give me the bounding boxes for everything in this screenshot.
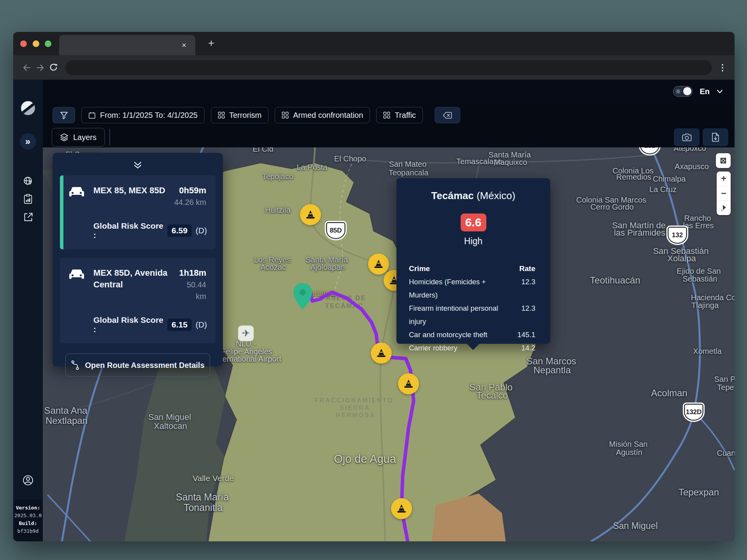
address-bar[interactable] (65, 60, 712, 75)
new-tab-button[interactable]: + (205, 37, 217, 50)
layers-label: Layers (73, 133, 96, 142)
tab-close-icon[interactable]: × (179, 40, 189, 50)
chip-traffic[interactable]: Traffic (376, 107, 423, 123)
car-icon (60, 185, 93, 240)
risk-grade: (D) (196, 320, 207, 329)
traffic-incident-marker[interactable] (398, 373, 419, 394)
language-selector[interactable]: En (700, 87, 710, 96)
traffic-incident-marker[interactable] (371, 343, 392, 364)
route-panel: MEX 85, MEX 85D 0h59m 44.26 km Global Ri… (53, 153, 223, 366)
browser-navbar: ⋮ (13, 55, 735, 80)
collapse-panel-button[interactable] (60, 158, 216, 175)
popup-tail (467, 344, 479, 350)
browser-tab[interactable]: × (59, 35, 195, 55)
date-range-label: From: 1/1/2025 To: 4/1/2025 (100, 111, 198, 120)
forward-button[interactable] (33, 61, 47, 74)
chip-terrorism[interactable]: Terrorism (211, 107, 268, 123)
map-canvas[interactable]: El CarmenLas PlazasEl CidEl ChopoLa Post… (43, 147, 735, 541)
origin-pin-icon[interactable] (292, 282, 314, 310)
crime-table: Crime Rate Homicides (Femicides + Murder… (409, 262, 538, 355)
date-range-chip[interactable]: From: 1/1/2025 To: 4/1/2025 (81, 107, 205, 123)
layers-icon (60, 133, 68, 142)
traffic-incident-marker[interactable] (391, 498, 412, 519)
route-duration: 0h59m (169, 185, 206, 196)
zoom-out-button[interactable]: − (717, 186, 731, 201)
reload-button[interactable] (47, 61, 60, 74)
version-info: Version: 2025.03.0 Build: bf31b9d (13, 499, 44, 541)
maximize-window-button[interactable] (45, 40, 51, 47)
risk-score-label: Global Risk Score : (93, 315, 163, 334)
calendar-icon (88, 112, 96, 119)
chip-label: Terrorism (229, 111, 261, 120)
theme-toggle[interactable] (673, 86, 693, 97)
route-distance: 44.26 km (169, 196, 206, 208)
zoom-in-button[interactable]: + (717, 172, 731, 186)
zoom-controls: + − (717, 172, 731, 215)
route-option-2[interactable]: MEX 85D, Avenida Central 1h18m 50.44 km … (60, 258, 216, 343)
compass-arrow-icon (719, 204, 728, 212)
risk-score-value: 6.15 (167, 318, 192, 331)
app-logo-icon (21, 101, 35, 115)
browser-window: × + ⋮ » (13, 32, 735, 541)
risk-level-label: High (409, 236, 538, 247)
risk-score-label: Global Risk Score : (93, 221, 163, 240)
route-duration: 1h18m (169, 267, 206, 279)
clear-filters-button[interactable] (435, 107, 460, 123)
sidebar-expand-button[interactable]: » (20, 133, 36, 150)
close-window-button[interactable] (20, 40, 27, 47)
screenshot-button[interactable] (674, 128, 700, 146)
backspace-icon (443, 112, 452, 119)
export-download-button[interactable] (703, 128, 728, 146)
crime-table-header: Crime Rate (409, 262, 538, 275)
sun-icon (675, 89, 681, 94)
filter-toolbar: From: 1/1/2025 To: 4/1/2025 Terrorism Ar… (43, 103, 735, 127)
risk-grade: (D) (196, 226, 207, 235)
car-icon (60, 267, 93, 334)
version-value: 2025.03.0 (14, 513, 42, 518)
camera-icon (682, 133, 692, 142)
crime-row: Homicides (Femicides + Murders)12.3 (409, 275, 538, 302)
toggle-knob (683, 87, 691, 95)
popup-title: Tecámac (México) (409, 190, 538, 202)
toolbar-divider (109, 129, 110, 145)
route-icon (71, 360, 79, 370)
back-button[interactable] (20, 61, 33, 74)
report-clipboard-icon[interactable] (22, 193, 34, 205)
chip-armed-confrontation[interactable]: Armed confrontation (275, 107, 370, 123)
location-risk-popup: Tecámac (México) 6.6 High Crime Rate Hom… (396, 178, 550, 344)
risk-score-value: 6.59 (167, 224, 192, 237)
tilt-compass-button[interactable] (717, 201, 731, 215)
traffic-incident-marker[interactable] (300, 204, 321, 225)
account-icon[interactable] (22, 474, 34, 486)
route-option-1[interactable]: MEX 85, MEX 85D 0h59m 44.26 km Global Ri… (60, 175, 216, 249)
risk-score-badge: 6.6 (461, 214, 486, 231)
desktop: × + ⋮ » (0, 0, 747, 560)
layers-button[interactable]: Layers (52, 128, 105, 147)
double-chevron-down-icon (133, 161, 142, 169)
chevron-down-icon[interactable] (717, 89, 723, 94)
globe-network-icon[interactable] (22, 175, 34, 187)
crime-row: Car and motorcycle theft145.1 (409, 328, 538, 341)
fullscreen-button[interactable] (716, 153, 731, 168)
external-link-icon[interactable] (22, 211, 34, 223)
app-root: » Version: 2025.03.0 Build: (13, 80, 735, 541)
popup-city: Tecámac (431, 190, 473, 201)
sidebar: » Version: 2025.03.0 Build: (13, 80, 43, 541)
browser-menu-icon[interactable]: ⋮ (717, 63, 728, 73)
traffic-incident-marker[interactable] (368, 254, 389, 275)
filter-button[interactable] (53, 107, 75, 123)
funnel-icon (60, 111, 68, 119)
minimize-window-button[interactable] (33, 40, 39, 47)
browser-titlebar: × + (13, 32, 735, 55)
build-value: bf31b9d (18, 528, 39, 534)
version-label: Version: (16, 505, 40, 511)
crime-row: Firearm intentional personal injury12.3 (409, 302, 538, 328)
fullscreen-icon (719, 156, 728, 165)
category-grid-icon (383, 112, 390, 119)
route-distance: 50.44 km (169, 279, 206, 302)
chip-label: Traffic (395, 111, 416, 120)
open-route-assessment-button[interactable]: Open Route Assessment Details (65, 354, 210, 377)
category-grid-icon (282, 112, 289, 119)
popup-country: (México) (474, 190, 516, 201)
map-toolbar: Layers (43, 127, 735, 147)
